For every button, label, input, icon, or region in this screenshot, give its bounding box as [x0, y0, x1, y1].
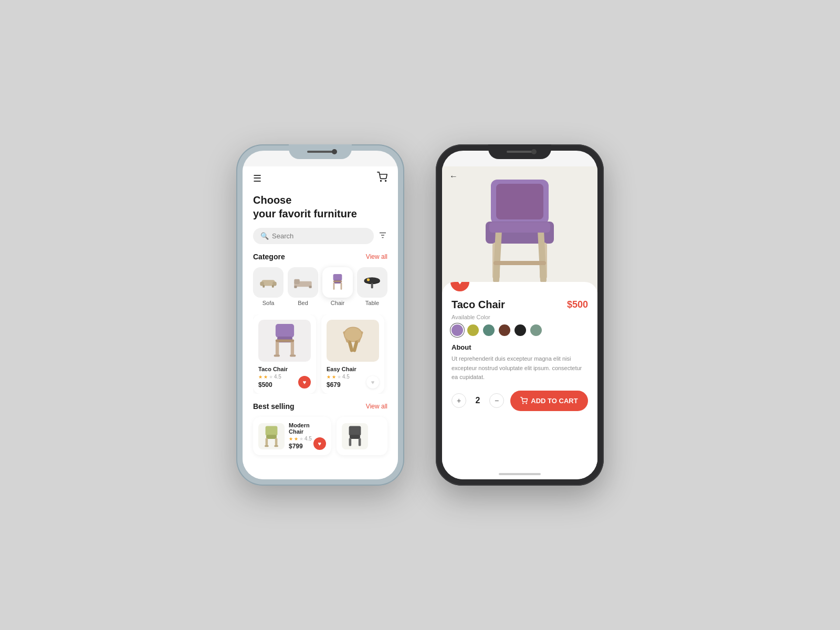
svg-point-58 [523, 403, 523, 404]
best-img-modern [258, 423, 285, 449]
notch-camera [332, 149, 337, 154]
categories-title: Categore [253, 253, 285, 261]
quantity-decrease-button[interactable]: − [489, 393, 504, 408]
color-swatch-0[interactable] [452, 324, 463, 336]
svg-rect-40 [266, 435, 277, 439]
detail-info: ♥ Taco Chair $500 Available Color [442, 282, 597, 470]
search-bar: 🔍 [253, 228, 387, 244]
notch-speaker-detail [507, 151, 533, 153]
home-title: Choose your favorit furniture [253, 193, 387, 220]
categories-header: Categore View all [253, 253, 387, 261]
svg-rect-39 [266, 426, 278, 435]
categories-view-all[interactable]: View all [366, 253, 387, 260]
svg-rect-18 [333, 281, 342, 282]
detail-product-price: $500 [567, 299, 588, 310]
add-to-cart-button[interactable]: ADD TO CART [510, 391, 588, 411]
category-item-sofa[interactable]: Sofa [253, 267, 284, 306]
svg-rect-46 [350, 435, 360, 439]
svg-point-21 [367, 278, 370, 281]
svg-rect-11 [294, 279, 299, 284]
category-icon-sofa [253, 267, 284, 298]
svg-rect-23 [275, 324, 293, 338]
svg-rect-55 [494, 261, 546, 265]
home-header: ☰ [253, 172, 387, 185]
search-input-wrap[interactable]: 🔍 [253, 228, 374, 244]
svg-point-59 [526, 403, 527, 404]
add-to-cart-row: + 2 − ADD TO CART [452, 391, 588, 416]
svg-rect-47 [349, 438, 351, 446]
home-content: ☰ Choose your favorit furniture [243, 166, 398, 479]
svg-rect-22 [371, 283, 373, 288]
category-item-table[interactable]: Table [357, 267, 387, 306]
svg-rect-42 [275, 438, 278, 446]
product-card-easy[interactable]: Easy Chair ★ ★ ★ 4.5 $679 ♥ [321, 314, 384, 394]
phone-frame-detail: ← [436, 144, 604, 486]
color-swatches [452, 324, 588, 336]
screen-content-detail: ← [442, 151, 597, 479]
home-screen: ☰ Choose your favorit furniture [243, 151, 398, 479]
product-img-taco [258, 320, 311, 362]
category-icon-table [357, 267, 387, 298]
screen-content-home: ☰ Choose your favorit furniture [243, 151, 398, 479]
categories-list: Sofa Be [253, 267, 387, 306]
menu-icon[interactable]: ☰ [253, 173, 261, 184]
filter-icon[interactable] [378, 230, 387, 242]
title-text: Choose your favorit furniture [253, 193, 387, 220]
category-item-chair[interactable]: Chair [322, 267, 353, 306]
svg-point-1 [385, 181, 386, 182]
detail-content-wrap: ← [442, 166, 597, 479]
color-swatch-3[interactable] [499, 324, 510, 336]
add-to-cart-label: ADD TO CART [531, 397, 578, 405]
svg-rect-57 [489, 222, 550, 233]
color-swatch-1[interactable] [467, 324, 479, 336]
svg-rect-16 [333, 282, 335, 290]
quantity-increase-button[interactable]: + [452, 393, 466, 408]
best-selling-view-all[interactable]: View all [366, 403, 387, 410]
svg-rect-17 [341, 282, 342, 290]
category-item-bed[interactable]: Bed [288, 267, 318, 306]
svg-rect-9 [272, 285, 274, 288]
category-label-table: Table [365, 300, 379, 306]
heart-btn-taco[interactable]: ♥ [298, 376, 311, 388]
svg-rect-45 [349, 426, 361, 435]
best-selling-list: Modern Chair ★ ★ ★ 4.5 $799 ♥ [253, 417, 387, 455]
detail-phone: ← [436, 144, 604, 486]
svg-rect-29 [275, 340, 293, 342]
best-card-modern[interactable]: Modern Chair ★ ★ ★ 4.5 $799 ♥ [253, 417, 331, 455]
bottom-bar [499, 473, 541, 475]
best-card-classic[interactable] [337, 417, 387, 455]
best-heart-modern[interactable]: ♥ [313, 437, 326, 450]
category-icon-bed [288, 267, 318, 298]
category-label-sofa: Sofa [262, 300, 275, 306]
about-text: Ut reprehenderit duis excepteur magna el… [452, 354, 588, 382]
svg-rect-44 [274, 445, 278, 447]
heart-btn-easy[interactable]: ♥ [366, 376, 379, 388]
svg-rect-43 [265, 445, 269, 447]
phone-frame-home: ☰ Choose your favorit furniture [236, 144, 404, 486]
color-swatch-2[interactable] [483, 324, 495, 336]
detail-screen: ← [442, 151, 597, 479]
svg-rect-27 [274, 354, 279, 356]
svg-rect-25 [275, 341, 278, 356]
svg-rect-14 [333, 274, 342, 281]
svg-rect-48 [359, 438, 361, 446]
best-selling-header: Best selling View all [253, 402, 387, 411]
product-img-easy [327, 320, 379, 362]
svg-rect-56 [496, 184, 543, 219]
color-swatch-5[interactable] [530, 324, 542, 336]
best-selling-title: Best selling [253, 402, 295, 411]
svg-rect-41 [266, 438, 268, 446]
color-swatch-4[interactable] [514, 324, 526, 336]
category-label-bed: Bed [298, 300, 308, 306]
products-row: Taco Chair ★ ★ ★ 4.5 $500 ♥ [253, 314, 387, 394]
detail-hero-image [467, 174, 572, 285]
product-name-easy: Easy Chair [327, 366, 379, 372]
product-name-taco: Taco Chair [258, 366, 311, 372]
search-input[interactable] [272, 232, 366, 240]
back-button[interactable]: ← [449, 172, 458, 181]
category-icon-chair [322, 267, 353, 298]
cart-icon[interactable] [377, 172, 387, 185]
best-name-modern: Modern Chair [289, 422, 326, 435]
product-card-taco[interactable]: Taco Chair ★ ★ ★ 4.5 $500 ♥ [253, 314, 316, 394]
favorite-chip[interactable]: ♥ [450, 282, 469, 291]
